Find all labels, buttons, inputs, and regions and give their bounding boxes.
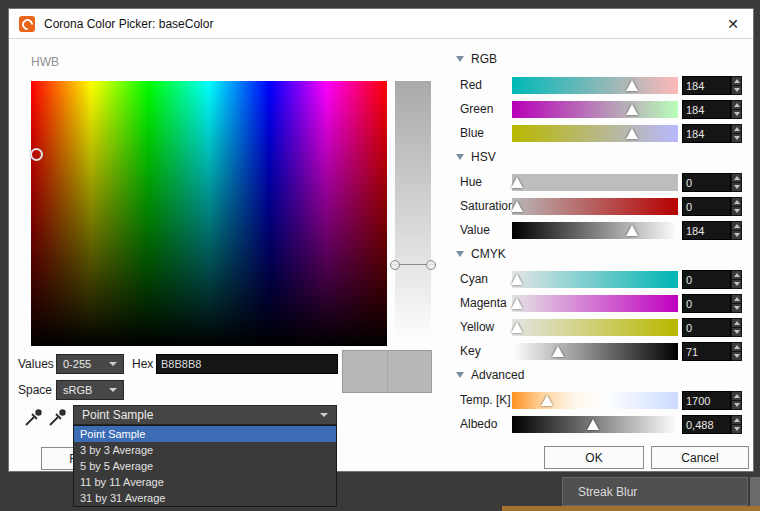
streak-blur-node[interactable]: Streak Blur — [562, 477, 748, 506]
albedo-slider-handle[interactable] — [587, 419, 599, 430]
blue-spinner[interactable] — [731, 124, 742, 143]
temperature-value-input[interactable] — [682, 391, 731, 410]
saturation-value-input[interactable] — [682, 197, 731, 216]
color-field-cursor[interactable] — [30, 148, 43, 161]
value-slider-handle[interactable] — [626, 225, 638, 236]
collapse-arrow-icon — [456, 251, 464, 257]
cyan-slider-handle[interactable] — [511, 274, 523, 285]
yellow-value-input[interactable] — [682, 318, 731, 337]
temperature-slider[interactable] — [512, 392, 678, 409]
hue-slider-handle[interactable] — [511, 177, 523, 188]
yellow-spinner[interactable] — [731, 318, 742, 337]
hue-slider[interactable] — [512, 174, 678, 191]
green-slider-handle[interactable] — [626, 104, 638, 115]
section-header-rgb[interactable]: RGB — [456, 51, 497, 67]
combo-option[interactable]: Point Sample — [74, 426, 336, 442]
magenta-slider[interactable] — [512, 295, 678, 312]
combo-option[interactable]: 3 by 3 Average — [74, 442, 336, 458]
background-scrollbar[interactable] — [750, 477, 760, 506]
collapse-arrow-icon — [456, 56, 464, 62]
spinner-up-button[interactable] — [731, 270, 742, 280]
channel-row-key: Key — [9, 342, 753, 361]
section-header-advanced[interactable]: Advanced — [456, 367, 524, 383]
spinner-up-button[interactable] — [731, 391, 742, 401]
combo-option[interactable]: 31 by 31 Average — [74, 490, 336, 506]
spinner-up-button[interactable] — [731, 294, 742, 304]
spinner-down-button[interactable] — [731, 425, 742, 434]
spinner-down-button[interactable] — [731, 231, 742, 240]
title-bar: Corona Color Picker: baseColor ✕ — [9, 9, 753, 39]
spinner-up-button[interactable] — [731, 124, 742, 134]
key-slider-handle[interactable] — [552, 346, 564, 357]
albedo-value-input[interactable] — [682, 415, 731, 434]
section-header-hsv[interactable]: HSV — [456, 149, 496, 165]
spinner-down-button[interactable] — [731, 134, 742, 143]
spinner-down-button[interactable] — [731, 280, 742, 289]
spinner-down-button[interactable] — [731, 207, 742, 216]
yellow-slider-handle[interactable] — [511, 322, 523, 333]
spinner-down-button[interactable] — [731, 86, 742, 95]
channel-label: Hue — [460, 173, 482, 192]
blue-slider-handle[interactable] — [626, 128, 638, 139]
spinner-up-button[interactable] — [731, 76, 742, 86]
key-spinner[interactable] — [731, 342, 742, 361]
value-value-input[interactable] — [682, 221, 731, 240]
spinner-up-button[interactable] — [731, 197, 742, 207]
spinner-up-button[interactable] — [731, 415, 742, 425]
red-slider-handle[interactable] — [626, 80, 638, 91]
channel-row-red: Red — [9, 76, 753, 95]
hue-spinner[interactable] — [731, 173, 742, 192]
spinner-down-button[interactable] — [731, 352, 742, 361]
blue-value-input[interactable] — [682, 124, 731, 143]
spinner-down-button[interactable] — [731, 183, 742, 192]
value-slider[interactable] — [512, 222, 678, 239]
key-value-input[interactable] — [682, 342, 731, 361]
temperature-slider-handle[interactable] — [541, 395, 553, 406]
combo-option[interactable]: 11 by 11 Average — [74, 474, 336, 490]
red-slider[interactable] — [512, 77, 678, 94]
red-spinner[interactable] — [731, 76, 742, 95]
spinner-down-button[interactable] — [731, 110, 742, 119]
red-value-input[interactable] — [682, 76, 731, 95]
magenta-value-input[interactable] — [682, 294, 731, 313]
cancel-button[interactable]: Cancel — [651, 446, 749, 469]
hue-value-input[interactable] — [682, 173, 731, 192]
cyan-value-input[interactable] — [682, 270, 731, 289]
spinner-up-button[interactable] — [731, 221, 742, 231]
spinner-down-button[interactable] — [731, 304, 742, 313]
ok-button[interactable]: OK — [544, 446, 644, 469]
section-header-cmyk[interactable]: CMYK — [456, 246, 506, 262]
spinner-down-button[interactable] — [731, 328, 742, 337]
temperature-spinner[interactable] — [731, 391, 742, 410]
collapse-arrow-icon — [456, 154, 464, 160]
spinner-up-button[interactable] — [731, 318, 742, 328]
spinner-up-button[interactable] — [731, 100, 742, 110]
saturation-spinner[interactable] — [731, 197, 742, 216]
combo-option[interactable]: 5 by 5 Average — [74, 458, 336, 474]
value-spinner[interactable] — [731, 221, 742, 240]
channel-label: Saturation — [460, 197, 515, 216]
yellow-slider[interactable] — [512, 319, 678, 336]
channel-label: Cyan — [460, 270, 488, 289]
window-title: Corona Color Picker: baseColor — [44, 17, 213, 31]
magenta-slider-handle[interactable] — [511, 298, 523, 309]
spinner-up-button[interactable] — [731, 342, 742, 352]
green-slider[interactable] — [512, 101, 678, 118]
cyan-spinner[interactable] — [731, 270, 742, 289]
cyan-slider[interactable] — [512, 271, 678, 288]
key-slider[interactable] — [512, 343, 678, 360]
color-mode-label: HWB — [31, 55, 59, 69]
albedo-slider[interactable] — [512, 416, 678, 433]
spinner-down-button[interactable] — [731, 401, 742, 410]
albedo-spinner[interactable] — [731, 415, 742, 434]
green-spinner[interactable] — [731, 100, 742, 119]
green-value-input[interactable] — [682, 100, 731, 119]
magenta-spinner[interactable] — [731, 294, 742, 313]
close-icon[interactable]: ✕ — [723, 15, 743, 33]
saturation-slider-handle[interactable] — [511, 201, 523, 212]
saturation-slider[interactable] — [512, 198, 678, 215]
whiteness-slider-handle[interactable] — [390, 264, 436, 265]
channel-label: Blue — [460, 124, 484, 143]
spinner-up-button[interactable] — [731, 173, 742, 183]
blue-slider[interactable] — [512, 125, 678, 142]
